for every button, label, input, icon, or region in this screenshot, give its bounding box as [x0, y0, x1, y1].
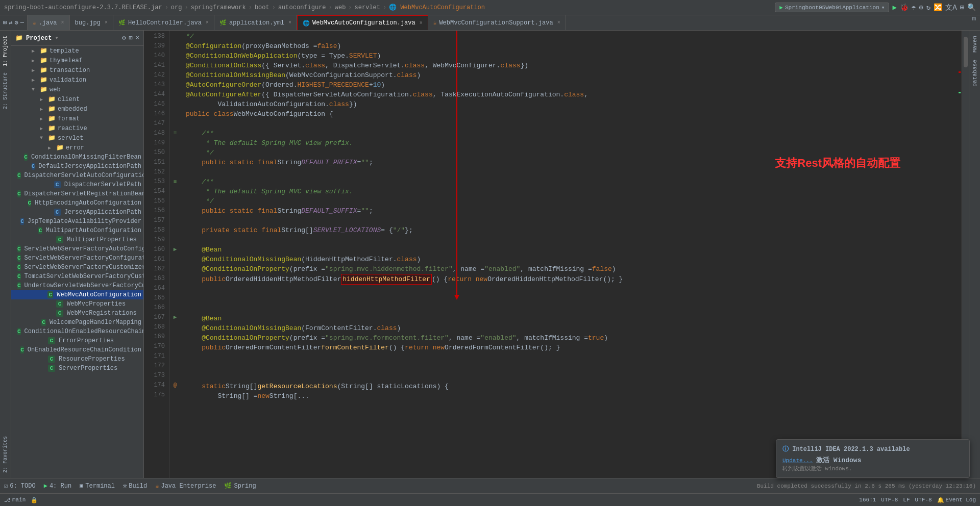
- sidebar-icon-close[interactable]: ×: [136, 35, 139, 42]
- event-log[interactable]: 🔔 Event Log: [937, 497, 976, 503]
- update-icon[interactable]: ↻: [926, 3, 930, 12]
- tree-tomcat-customizer[interactable]: C TomcatServletWebServerFactoryCustomize…: [11, 272, 143, 281]
- tree-servlet-factory-customizer[interactable]: C ServletWebServerFactoryCustomizer: [11, 263, 143, 272]
- linesep-status[interactable]: LF: [903, 497, 910, 503]
- run-icon[interactable]: ▶: [892, 3, 896, 12]
- tree-validation[interactable]: ▶ 📁 validation: [11, 75, 143, 85]
- tree-server-props[interactable]: C ServerProperties: [11, 364, 143, 373]
- tree-reactive[interactable]: ▶ 📁 reactive: [11, 123, 143, 133]
- tree-web[interactable]: ▼ 📁 web: [11, 85, 143, 94]
- tree-servlet-factory-auto[interactable]: C ServletWebServerFactoryAutoConfigurati…: [11, 244, 143, 254]
- run-button[interactable]: ▶ 4: Run: [44, 482, 71, 490]
- update-link[interactable]: Update...: [782, 458, 813, 464]
- tree-webmvc-auto[interactable]: C WebMvcAutoConfiguration: [11, 290, 143, 299]
- tree-multipart-auto[interactable]: C MultipartAutoConfiguration: [11, 226, 143, 235]
- tree-transaction[interactable]: ▶ 📁 transaction: [11, 65, 143, 75]
- project-structure-icon[interactable]: ⊞: [3, 19, 7, 27]
- spring-button[interactable]: 🌿 Spring: [224, 482, 256, 490]
- tab-webmvc-close[interactable]: ×: [420, 20, 423, 26]
- tree-cond-resource[interactable]: C ConditionalOnEnabledResourceChain: [11, 327, 143, 336]
- tree-format[interactable]: ▶ 📁 format: [11, 114, 143, 123]
- tree-conditional-filter[interactable]: C ConditionalOnMissingFilterBean: [11, 153, 143, 162]
- tree-servlet-factory-config[interactable]: C ServletWebServerFactoryConfiguration: [11, 254, 143, 263]
- tree-default-jersey[interactable]: C DefaultJerseyApplicationPath: [11, 162, 143, 171]
- sep5: ›: [329, 4, 332, 11]
- todo-button[interactable]: ☑ 6: TODO: [4, 482, 36, 490]
- breadcrumb-org[interactable]: org: [171, 4, 182, 11]
- os-status[interactable]: UTF-8: [915, 497, 932, 503]
- vtab-database[interactable]: Database: [970, 57, 979, 90]
- breadcrumb-web[interactable]: web: [335, 4, 346, 11]
- run-config-selector[interactable]: ▶ Springboot05Web01Application ▾: [775, 3, 889, 12]
- breadcrumb-boot[interactable]: boot: [255, 4, 270, 11]
- tree-error[interactable]: ▶ 📁 error: [11, 143, 143, 153]
- tree-client[interactable]: ▶ 📁 client: [11, 94, 143, 104]
- sidebar-icon-gear[interactable]: ⚙: [122, 34, 126, 42]
- tree-thymeleaf[interactable]: ▶ 📁 thymeleaf: [11, 56, 143, 65]
- settings-tab-icon[interactable]: ⚙: [14, 19, 18, 27]
- tree-error-props[interactable]: C ErrorProperties: [11, 336, 143, 345]
- tab-yml-close[interactable]: ×: [288, 20, 291, 26]
- tab-support-close[interactable]: ×: [557, 20, 560, 26]
- tree-jsp-template[interactable]: C JspTemplateAvailabilityProvider: [11, 217, 143, 226]
- sync-icon[interactable]: ⇄: [9, 19, 12, 27]
- tree-welcome-handler[interactable]: C WelcomePageHandlerMapping: [11, 318, 143, 327]
- close-tab-icon[interactable]: —: [20, 19, 24, 27]
- scrollbar[interactable]: [962, 31, 969, 478]
- vtab-favorites[interactable]: 2: Favorites: [1, 433, 10, 476]
- code-editor[interactable]: 138139140141 142143144145 146147148149 1…: [144, 31, 969, 478]
- maven-label[interactable]: m: [968, 15, 980, 30]
- tab-webmvc-auto[interactable]: 🌐 WebMvcAutoConfiguration.java ×: [297, 15, 428, 30]
- sidebar-icon-expand[interactable]: ⊞: [129, 34, 133, 42]
- tree-multipart-props[interactable]: C MultipartProperties: [11, 235, 143, 244]
- breadcrumb-jar[interactable]: spring-boot-autoconfigure-2.3.7.RELEASE.…: [4, 4, 162, 11]
- breadcrumb-servlet[interactable]: servlet: [355, 4, 380, 11]
- translate-icon[interactable]: 文A: [945, 3, 957, 12]
- tab-webmvc-config-support[interactable]: ☕ WebMvcConfigurationSupport.java ×: [428, 15, 566, 30]
- lock-status[interactable]: 🔒: [31, 497, 38, 503]
- terminal-button[interactable]: ▣ Terminal: [80, 482, 115, 490]
- encoding-status[interactable]: UTF-8: [881, 497, 898, 503]
- tree-undertow-customizer[interactable]: C UndertowServletWebServerFactoryCustomi…: [11, 281, 143, 290]
- tree-dispatcher-auto[interactable]: C DispatcherServletAutoConfiguration: [11, 171, 143, 180]
- tab-application-yml[interactable]: 🌿 application.yml ×: [214, 15, 297, 30]
- build-button[interactable]: ⚒ Build: [123, 482, 147, 490]
- tree-on-enabled[interactable]: C OnEnabledResourceChainCondition: [11, 345, 143, 355]
- vtab-project[interactable]: 1: Project: [1, 33, 10, 69]
- vtab-maven[interactable]: Maven: [970, 33, 979, 56]
- code-line-158: private static final String[] SERVLET_LO…: [186, 225, 962, 235]
- settings-icon[interactable]: ⚙: [919, 3, 923, 12]
- tab-bug-close[interactable]: ×: [105, 20, 108, 26]
- lock-icon: 🔒: [31, 497, 38, 503]
- coverage-icon[interactable]: ☂: [912, 3, 916, 12]
- expand-icon[interactable]: ⊞: [960, 3, 964, 12]
- git-icon[interactable]: 🔀: [934, 3, 942, 12]
- tab-hello-controller[interactable]: 🌿 HelloController.java ×: [113, 15, 214, 30]
- breadcrumb-springframework[interactable]: springframework: [191, 4, 246, 11]
- tree-embedded[interactable]: ▶ 📁 embedded: [11, 104, 143, 114]
- tab-bug-jpg[interactable]: bug.jpg ×: [70, 15, 113, 30]
- tree-template[interactable]: ▶ 📁 template: [11, 46, 143, 56]
- vtab-structure[interactable]: 2: Structure: [1, 69, 10, 112]
- code-content[interactable]: */ @Configuration(proxyBeanMethods = fal…: [181, 31, 962, 478]
- search-icon[interactable]: 🔍: [967, 3, 976, 12]
- tree-jersey-app[interactable]: C JerseyApplicationPath: [11, 208, 143, 217]
- breadcrumb-class[interactable]: 🌐 WebMvcAutoConfiguration: [389, 4, 485, 11]
- tab-java[interactable]: ☕ .java ×: [28, 15, 70, 30]
- git-status[interactable]: ⎇ main: [4, 497, 26, 503]
- breadcrumb-autoconfigure[interactable]: autoconfigure: [278, 4, 326, 11]
- dropdown-arrow[interactable]: ▾: [55, 34, 58, 42]
- tree-webmvc-reg[interactable]: C WebMvcRegistrations: [11, 309, 143, 318]
- tree-resource-props[interactable]: C ResourceProperties: [11, 355, 143, 364]
- java-enterprise-button[interactable]: ☕ Java Enterprise: [155, 482, 216, 490]
- tab-hello-close[interactable]: ×: [206, 20, 209, 26]
- debug-icon[interactable]: 🐞: [900, 3, 909, 12]
- tree-webmvc-props[interactable]: C WebMvcProperties: [11, 299, 143, 309]
- tab-java-close[interactable]: ×: [61, 20, 64, 26]
- scrollbar-thumb[interactable]: [964, 37, 968, 67]
- tree-http-encoding[interactable]: C HttpEncodingAutoConfiguration: [11, 198, 143, 208]
- tree-dispatcher-path[interactable]: C DispatcherServletPath: [11, 180, 143, 189]
- tree-servlet[interactable]: ▼ 📁 servlet: [11, 133, 143, 143]
- tree-dispatcher-reg[interactable]: C DispatcherServletRegistrationBean: [11, 189, 143, 198]
- position-status[interactable]: 166:1: [859, 497, 876, 503]
